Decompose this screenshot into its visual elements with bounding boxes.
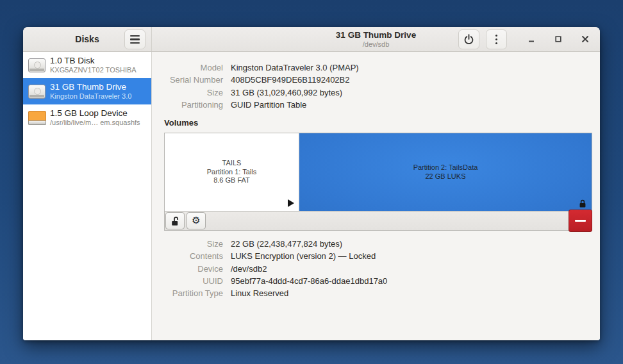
hard-disk-icon: [28, 85, 46, 99]
unlock-button[interactable]: [165, 212, 185, 229]
device-title: 1.0 TB Disk: [50, 56, 137, 66]
partition-label: TAILS: [222, 159, 242, 168]
info-row-serial: Serial Number 408D5CBF949DE6B1192402B2: [164, 74, 592, 86]
drive-info: Model Kingston DataTraveler 3.0 (PMAP) S…: [164, 62, 592, 111]
info-value: 408D5CBF949DE6B1192402B2: [231, 74, 350, 86]
info-row-uuid: UUID 95ebf77a-4ddd-4cd7-86a6-ddae1dbd17a…: [164, 275, 592, 287]
sidebar-header: Disks: [23, 27, 152, 51]
info-value: 22 GB (22,438,477,824 bytes): [231, 238, 342, 250]
info-value: 95ebf77a-4ddd-4cd7-86a6-ddae1dbd17a0: [231, 275, 387, 287]
minimize-button[interactable]: [525, 33, 538, 46]
volumes-widget: TAILS Partition 1: Tails 8.6 GB FAT Part…: [164, 133, 592, 231]
info-row-model: Model Kingston DataTraveler 3.0 (PMAP): [164, 62, 592, 74]
info-label: UUID: [164, 275, 223, 287]
info-value: GUID Partition Table: [231, 99, 306, 111]
settings-button[interactable]: ⚙: [187, 212, 206, 229]
info-label: Serial Number: [164, 74, 223, 86]
hamburger-icon: [130, 35, 140, 44]
partition-2-tailsdata[interactable]: Partition 2: TailsData 22 GB LUKS: [299, 133, 592, 211]
partition-1-tails[interactable]: TAILS Partition 1: Tails 8.6 GB FAT: [165, 133, 299, 211]
minus-icon: [575, 220, 586, 222]
unlock-icon: [170, 216, 180, 226]
info-row-contents: Contents LUKS Encryption (version 2) — L…: [164, 250, 592, 262]
info-label: Device: [164, 263, 223, 275]
app-menu-button[interactable]: [124, 29, 145, 49]
partition-map: TAILS Partition 1: Tails 8.6 GB FAT Part…: [165, 133, 592, 211]
partition-label: 22 GB LUKS: [426, 172, 466, 181]
sidebar-item-loop-device[interactable]: 1.5 GB Loop Device /usr/lib/live/m… em.s…: [23, 104, 151, 131]
sidebar-item-disk[interactable]: 1.0 TB Disk KXG5AZNV1T02 TOSHIBA: [23, 52, 151, 78]
info-value: LUKS Encryption (version 2) — Locked: [231, 250, 376, 262]
device-subtitle: /usr/lib/live/m… em.squashfs: [50, 119, 140, 127]
minimize-icon: [527, 35, 536, 44]
info-row-device: Device /dev/sdb2: [164, 263, 592, 275]
info-label: Partitioning: [164, 99, 223, 111]
info-row-size: Size 31 GB (31,029,460,992 bytes): [164, 87, 592, 99]
lock-closed-icon: [579, 199, 586, 208]
close-icon: [581, 35, 590, 44]
info-value: /dev/sdb2: [231, 263, 267, 275]
window-controls: [525, 27, 600, 51]
info-value: Linux Reserved: [231, 287, 288, 299]
maximize-icon: [554, 35, 563, 44]
loop-device-icon: [28, 111, 46, 125]
sidebar-item-thumb-drive[interactable]: 31 GB Thumb Drive Kingston DataTraveler …: [23, 78, 151, 104]
volumes-section-title: Volumes: [164, 118, 592, 128]
drive-menu-button[interactable]: [486, 29, 507, 49]
info-label: Size: [164, 87, 223, 99]
maximize-button[interactable]: [552, 33, 565, 46]
volume-info: Size 22 GB (22,438,477,824 bytes) Conten…: [164, 238, 592, 299]
device-title: 31 GB Thumb Drive: [50, 82, 131, 92]
device-subtitle: Kingston DataTraveler 3.0: [50, 92, 131, 101]
app-title: Disks: [75, 34, 99, 44]
info-label: Partition Type: [164, 287, 223, 299]
power-icon: [463, 34, 474, 45]
power-off-button[interactable]: [458, 29, 479, 49]
play-icon: [288, 199, 294, 207]
partition-label: Partition 1: Tails: [207, 168, 256, 177]
main-header: 31 GB Thumb Drive /dev/sdb: [152, 27, 600, 51]
gear-icon: ⚙: [192, 216, 200, 226]
delete-partition-button[interactable]: [569, 210, 592, 232]
info-label: Contents: [164, 250, 223, 262]
device-list: 1.0 TB Disk KXG5AZNV1T02 TOSHIBA 31 GB T…: [23, 52, 152, 340]
partition-label: Partition 2: TailsData: [413, 163, 478, 172]
info-value: Kingston DataTraveler 3.0 (PMAP): [231, 62, 359, 74]
info-label: Model: [164, 62, 223, 74]
headerbar: Disks 31 GB Thumb Drive /dev/sdb: [23, 27, 600, 52]
info-row-size: Size 22 GB (22,438,477,824 bytes): [164, 238, 592, 250]
header-actions: [458, 29, 507, 49]
info-label: Size: [164, 238, 223, 250]
disks-window: Disks 31 GB Thumb Drive /dev/sdb: [23, 27, 600, 340]
close-button[interactable]: [579, 33, 592, 46]
info-row-partition-type: Partition Type Linux Reserved: [164, 287, 592, 299]
three-dot-menu-icon: [495, 35, 497, 45]
device-title: 1.5 GB Loop Device: [50, 108, 140, 119]
hard-disk-icon: [28, 58, 46, 72]
info-row-partitioning: Partitioning GUID Partition Table: [164, 99, 592, 111]
volume-toolbar: ⚙: [165, 211, 592, 230]
drive-detail-pane: Model Kingston DataTraveler 3.0 (PMAP) S…: [152, 52, 600, 340]
device-subtitle: KXG5AZNV1T02 TOSHIBA: [50, 66, 137, 74]
partition-label: 8.6 GB FAT: [213, 176, 250, 185]
info-value: 31 GB (31,029,460,992 bytes): [231, 87, 342, 99]
